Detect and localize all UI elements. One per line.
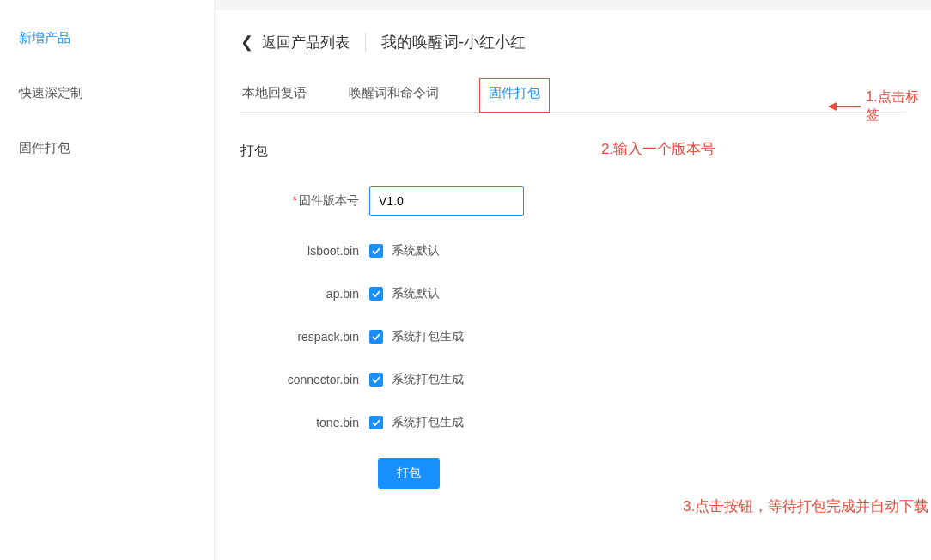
file-desc: 系统打包生成 — [392, 372, 464, 387]
required-mark: * — [293, 193, 297, 207]
check-icon — [372, 418, 380, 427]
sidebar-item-add-product[interactable]: 新增产品 — [0, 21, 214, 55]
tab-firmware-package[interactable]: 固件打包 — [479, 78, 550, 113]
main-content: ❮ 返回产品列表 我的唤醒词-小红小红 本地回复语 唤醒词和命令词 固件打包 打… — [215, 0, 931, 560]
version-label: *固件版本号 — [240, 193, 369, 209]
file-label: connector.bin — [240, 373, 369, 387]
file-desc: 系统打包生成 — [392, 329, 464, 344]
check-icon — [372, 289, 380, 298]
file-desc: 系统默认 — [392, 286, 440, 301]
checkbox-connector[interactable] — [369, 373, 383, 387]
tab-local-reply[interactable]: 本地回复语 — [240, 78, 308, 112]
checkbox-ap[interactable] — [369, 287, 383, 301]
file-desc: 系统默认 — [392, 243, 440, 259]
file-label: tone.bin — [240, 416, 369, 429]
check-icon — [372, 375, 380, 384]
check-icon — [372, 332, 380, 341]
checkbox-lsboot[interactable] — [369, 244, 383, 258]
submit-row: 打包 — [240, 458, 905, 489]
check-icon — [372, 247, 380, 255]
version-input[interactable] — [369, 186, 524, 216]
checkbox-respack[interactable] — [369, 330, 383, 344]
sidebar-item-quick-customize[interactable]: 快速深定制 — [0, 76, 214, 110]
form-row-ap: ap.bin 系统默认 — [240, 286, 905, 301]
file-label: ap.bin — [240, 287, 369, 301]
tab-wake-command[interactable]: 唤醒词和命令词 — [347, 78, 441, 112]
page-title: 我的唤醒词-小红小红 — [381, 32, 526, 52]
file-desc: 系统打包生成 — [392, 415, 464, 430]
back-label: 返回产品列表 — [262, 33, 350, 52]
package-button[interactable]: 打包 — [378, 458, 440, 489]
sidebar-item-firmware-package[interactable]: 固件打包 — [0, 131, 214, 165]
back-button[interactable]: ❮ 返回产品列表 — [240, 33, 350, 52]
form-row-version: *固件版本号 — [240, 186, 905, 216]
section-title: 打包 — [240, 143, 905, 161]
form-row-connector: connector.bin 系统打包生成 — [240, 372, 905, 387]
form-row-tone: tone.bin 系统打包生成 — [240, 415, 905, 430]
package-form: *固件版本号 lsboot.bin 系统默认 ap.bin 系统默认 resp — [240, 186, 905, 489]
form-row-respack: respack.bin 系统打包生成 — [240, 329, 905, 344]
file-label: respack.bin — [240, 330, 369, 344]
form-row-lsboot: lsboot.bin 系统默认 — [240, 243, 905, 259]
tabs: 本地回复语 唤醒词和命令词 固件打包 — [240, 78, 905, 113]
file-label: lsboot.bin — [240, 244, 369, 258]
chevron-left-icon: ❮ — [240, 34, 253, 50]
breadcrumb: ❮ 返回产品列表 我的唤醒词-小红小红 — [240, 32, 905, 52]
sidebar: 新增产品 快速深定制 固件打包 — [0, 0, 215, 560]
checkbox-tone[interactable] — [369, 416, 383, 429]
divider — [365, 33, 366, 52]
